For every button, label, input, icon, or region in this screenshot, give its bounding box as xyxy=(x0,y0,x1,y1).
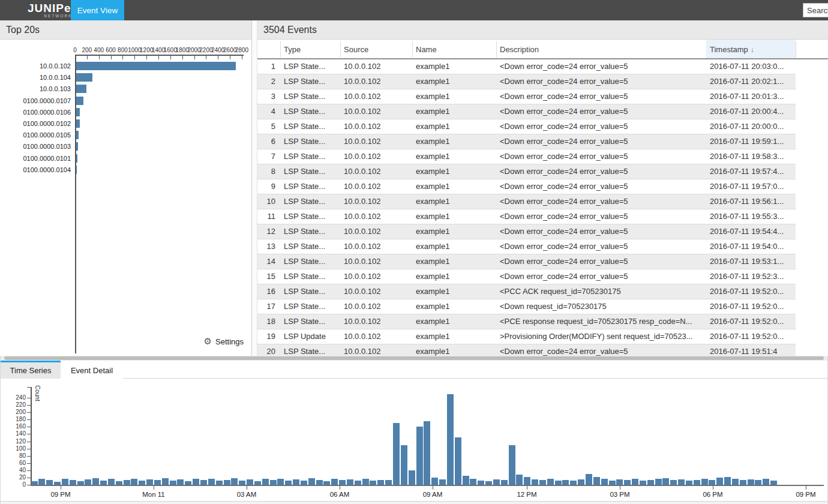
search-input[interactable] xyxy=(803,3,828,17)
top20-bar[interactable] xyxy=(76,131,79,139)
timeseries-bar xyxy=(262,479,269,485)
juniper-logo: JUNIPer NETWORKS xyxy=(28,2,76,19)
cell-type: LSP State... xyxy=(284,74,338,89)
cell-type: LSP State... xyxy=(284,134,338,149)
cell-description: >Provisioning Order(MODIFY) sent request… xyxy=(500,329,704,344)
tab-event-view[interactable]: Event View xyxy=(71,0,124,20)
timeseries-bar xyxy=(532,479,538,485)
table-row[interactable]: 2LSP State...10.0.0.102example1<Down err… xyxy=(257,74,796,89)
category-label: 0100.0000.0101 xyxy=(0,154,71,163)
top20-bar[interactable] xyxy=(76,73,92,82)
timeseries-bar xyxy=(524,477,530,485)
table-row[interactable]: 6LSP State...10.0.0.102example1<Down err… xyxy=(257,134,796,149)
column-header-num[interactable] xyxy=(257,40,280,59)
top20-bar[interactable] xyxy=(76,85,86,93)
cell-source: 10.0.0.102 xyxy=(344,104,410,119)
table-row[interactable]: 5LSP State...10.0.0.102example1<Down err… xyxy=(257,119,796,134)
column-separator xyxy=(796,41,796,58)
cell-description: <Down error_code=24 error_value=5 xyxy=(500,104,704,119)
cell-name: example1 xyxy=(416,74,494,89)
events-table-body: 1LSP State...10.0.0.102example1<Down err… xyxy=(257,59,828,356)
table-row[interactable]: 4LSP State...10.0.0.102example1<Down err… xyxy=(257,104,796,119)
x-tick-mark xyxy=(75,56,76,59)
y-tick-mark xyxy=(27,456,31,457)
panel-splitter[interactable] xyxy=(251,20,257,356)
cell-timestamp: 2016-07-11 20:03:0... xyxy=(710,59,795,74)
cell-type: LSP State... xyxy=(284,59,338,74)
table-row[interactable]: 13LSP State...10.0.0.102example1<Down er… xyxy=(257,239,796,254)
table-row[interactable]: 15LSP State...10.0.0.102example1<Down er… xyxy=(257,269,796,284)
table-row[interactable]: 1LSP State...10.0.0.102example1<Down err… xyxy=(257,59,796,74)
top20-bar[interactable] xyxy=(76,62,236,70)
x-tick-mark xyxy=(247,486,247,490)
table-row[interactable]: 12LSP State...10.0.0.102example1<Down er… xyxy=(257,224,796,239)
table-row[interactable]: 10LSP State...10.0.0.102example1<Down er… xyxy=(257,194,796,209)
x-tick-label: 09 AM xyxy=(413,491,452,498)
cell-description: <Down error_code=24 error_value=5 xyxy=(500,269,704,284)
y-tick-label: 100 xyxy=(7,445,26,452)
column-header-timestamp[interactable]: Timestamp↓ xyxy=(706,40,796,59)
category-label: 0100.0000.0107 xyxy=(0,97,71,105)
table-row[interactable]: 8LSP State...10.0.0.102example1<Down err… xyxy=(257,164,796,179)
timeseries-bar xyxy=(323,481,330,485)
table-row[interactable]: 19LSP Update10.0.0.102example1>Provision… xyxy=(257,329,796,344)
cell-name: example1 xyxy=(416,344,494,356)
y-tick-label: 80 xyxy=(7,452,26,460)
column-header-description[interactable]: Description xyxy=(500,40,704,59)
x-tick-mark xyxy=(170,56,171,59)
timeseries-bar xyxy=(586,474,592,485)
cell-timestamp: 2016-07-11 19:57:4... xyxy=(710,164,795,179)
table-row[interactable]: 3LSP State...10.0.0.102example1<Down err… xyxy=(257,89,796,104)
timeseries-bar xyxy=(254,481,261,485)
x-tick-mark xyxy=(134,56,135,59)
column-header-type[interactable]: Type xyxy=(284,40,338,59)
table-row[interactable]: 17LSP State...10.0.0.102example1<Down re… xyxy=(257,299,796,314)
top20-panel: Top 20s 02004006008001000120014001600180… xyxy=(0,20,251,356)
cell-num: 19 xyxy=(257,329,275,344)
top20-bar[interactable] xyxy=(76,154,77,163)
x-tick-mark xyxy=(206,56,206,59)
category-label: 10.0.0.104 xyxy=(0,73,71,82)
cell-timestamp: 2016-07-11 19:51:4 xyxy=(710,344,795,356)
cell-source: 10.0.0.102 xyxy=(344,134,410,149)
cell-timestamp: 2016-07-11 19:56:1... xyxy=(710,194,795,209)
timeseries-bar xyxy=(547,479,554,485)
top20-bar[interactable] xyxy=(76,97,83,105)
cell-description: <Down error_code=24 error_value=5 xyxy=(500,194,704,209)
timeseries-bar xyxy=(447,394,454,485)
column-header-timestamp-label: Timestamp xyxy=(710,45,748,54)
cell-num: 13 xyxy=(257,239,275,254)
y-tick-label: 60 xyxy=(7,460,26,467)
cell-source: 10.0.0.102 xyxy=(344,269,410,284)
x-tick-label: 2800 xyxy=(229,47,251,53)
top20-bar[interactable] xyxy=(76,166,77,174)
timeseries-bar xyxy=(308,478,315,485)
top20-bar[interactable] xyxy=(76,108,80,116)
timeseries-bar xyxy=(647,480,654,485)
table-row[interactable]: 14LSP State...10.0.0.102example1<Down er… xyxy=(257,254,796,269)
column-header-name[interactable]: Name xyxy=(416,40,494,59)
top20-bar[interactable] xyxy=(76,142,78,151)
cell-name: example1 xyxy=(416,179,494,194)
y-tick-label: 20 xyxy=(7,474,26,481)
cell-num: 10 xyxy=(257,194,275,209)
timeseries-bar xyxy=(670,480,677,485)
events-panel: 3504 Events Type Source Name Description… xyxy=(257,20,828,356)
cell-timestamp: 2016-07-11 20:00:4... xyxy=(710,104,795,119)
cell-description: <Down error_code=24 error_value=5 xyxy=(500,134,704,149)
table-row[interactable]: 7LSP State...10.0.0.102example1<Down err… xyxy=(257,149,796,164)
y-tick-label: 200 xyxy=(7,409,26,416)
timeseries-bar xyxy=(616,479,623,485)
table-row[interactable]: 9LSP State...10.0.0.102example1<Down err… xyxy=(257,179,796,194)
timeseries-bar xyxy=(701,479,708,485)
table-row[interactable]: 16LSP State...10.0.0.102example1<PCC ACK… xyxy=(257,284,796,299)
table-row[interactable]: 20LSP State...10.0.0.102example1<Down er… xyxy=(257,344,796,356)
cell-num: 2 xyxy=(257,74,275,89)
table-row[interactable]: 18LSP State...10.0.0.102example1<PCE res… xyxy=(257,314,796,329)
top20-bar[interactable] xyxy=(76,119,80,128)
cell-type: LSP Update xyxy=(284,329,338,344)
settings-button[interactable]: ⚙ Settings xyxy=(204,335,244,347)
timeseries-bar xyxy=(85,479,91,485)
table-row[interactable]: 11LSP State...10.0.0.102example1<Down er… xyxy=(257,209,796,224)
column-header-source[interactable]: Source xyxy=(344,40,410,59)
